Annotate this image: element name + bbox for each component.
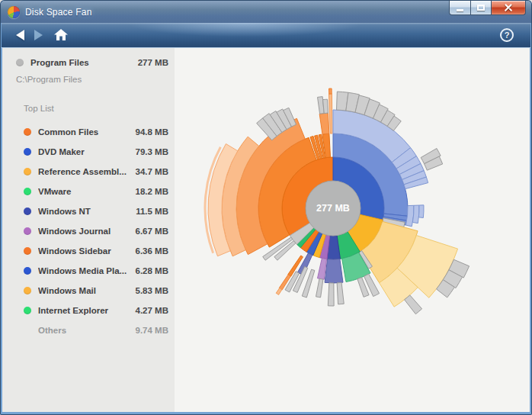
center-size-label: 277 MB: [316, 203, 350, 214]
item-size: 11.5 MB: [136, 207, 168, 216]
app-pie-icon: [8, 6, 20, 18]
item-size: 6.28 MB: [136, 266, 168, 275]
screen: Disk Space Fan ?: [0, 0, 532, 415]
fan-segment[interactable]: [276, 288, 282, 295]
current-folder-row[interactable]: Program Files 277 MB: [2, 56, 168, 69]
top-list-label: Top List: [24, 104, 168, 116]
maximize-button[interactable]: [471, 1, 492, 15]
list-item-dvd-maker[interactable]: DVD Maker 79.3 MB: [2, 142, 168, 162]
color-dot: [24, 307, 31, 314]
item-label: DVD Maker: [38, 147, 133, 156]
fan-chart-panel: 277 MB: [175, 48, 530, 412]
color-dot: [24, 208, 31, 215]
fan-segment[interactable]: [412, 205, 419, 224]
app-window: Disk Space Fan ?: [0, 0, 532, 415]
list-item-common-files[interactable]: Common Files 94.8 MB: [2, 122, 168, 142]
minimize-icon: [457, 9, 463, 11]
item-size: 94.8 MB: [136, 127, 168, 137]
fan-segment[interactable]: [328, 283, 334, 306]
back-arrow-icon: [16, 30, 24, 40]
fan-segment[interactable]: [418, 205, 424, 218]
item-label: VMware: [38, 187, 133, 196]
color-dot: [24, 267, 31, 275]
fan-segment[interactable]: [405, 295, 422, 314]
current-folder-path: C:\Program Files: [16, 75, 168, 87]
minimize-button[interactable]: [449, 1, 471, 15]
item-size: 9.74 MB: [136, 326, 168, 335]
sidebar: Program Files 277 MB C:\Program Files To…: [2, 48, 175, 412]
current-folder-size: 277 MB: [138, 58, 168, 67]
home-icon: [54, 29, 68, 41]
item-label: Windows Sidebar: [38, 246, 133, 256]
list-item-windows-media-player[interactable]: Windows Media Pla... 6.28 MB: [2, 261, 168, 281]
item-label: Windows Journal: [38, 227, 133, 236]
color-dot: [24, 168, 31, 175]
item-label: Reference Assembl...: [38, 167, 133, 176]
list-item-reference-assemblies[interactable]: Reference Assembl... 34.7 MB: [2, 162, 168, 182]
fan-segment[interactable]: [323, 99, 328, 113]
caption-buttons: [449, 1, 526, 15]
color-dot: [24, 227, 31, 235]
fan-chart-svg[interactable]: 277 MB: [175, 48, 530, 413]
fan-segment[interactable]: [337, 282, 344, 304]
item-label: Windows Media Pla...: [38, 266, 133, 275]
maximize-icon: [477, 5, 485, 11]
fan-segment[interactable]: [319, 113, 329, 134]
item-size: 34.7 MB: [136, 167, 168, 176]
content-area: Program Files 277 MB C:\Program Files To…: [2, 48, 530, 412]
color-dot: [24, 247, 31, 255]
color-dot: [24, 128, 31, 136]
back-button[interactable]: [11, 26, 29, 44]
item-label: Windows Mail: [38, 286, 133, 295]
forward-arrow-icon: [34, 30, 43, 40]
fan-center-group: 277 MB: [306, 181, 361, 236]
list-item-internet-explorer[interactable]: Internet Explorer 4.27 MB: [2, 301, 168, 320]
item-size: 79.3 MB: [136, 147, 168, 156]
window-title: Disk Space Fan: [25, 7, 92, 18]
title-bar[interactable]: Disk Space Fan: [1, 1, 531, 23]
close-icon: [504, 3, 513, 12]
list-item-windows-mail[interactable]: Windows Mail 5.83 MB: [2, 281, 168, 301]
fan-segment[interactable]: [316, 278, 322, 298]
color-dot: [24, 188, 31, 195]
fan-segment[interactable]: [329, 88, 332, 94]
fan-segment[interactable]: [329, 94, 332, 134]
list-item-windows-nt[interactable]: Windows NT 11.5 MB: [2, 201, 168, 221]
list-item-vmware[interactable]: VMware 18.2 MB: [2, 182, 168, 201]
item-size: 6.36 MB: [136, 246, 168, 256]
item-label: Windows NT: [38, 207, 133, 216]
color-dot: [24, 148, 31, 156]
color-dot: [24, 287, 31, 294]
close-button[interactable]: [492, 1, 526, 15]
list-item-others[interactable]: Others 9.74 MB: [2, 320, 168, 340]
home-button[interactable]: [52, 26, 70, 44]
toolbar: ?: [2, 23, 530, 48]
help-button[interactable]: ?: [500, 28, 514, 42]
item-size: 6.67 MB: [136, 227, 168, 236]
item-size: 4.27 MB: [136, 306, 168, 315]
fan-segment[interactable]: [325, 259, 343, 283]
forward-button[interactable]: [29, 26, 47, 44]
item-label: Internet Explorer: [38, 306, 133, 315]
item-label: Others: [38, 326, 133, 335]
list-item-windows-journal[interactable]: Windows Journal 6.67 MB: [2, 221, 168, 241]
list-item-windows-sidebar[interactable]: Windows Sidebar 6.36 MB: [2, 241, 168, 261]
folder-dot: [16, 59, 24, 66]
item-size: 18.2 MB: [136, 187, 168, 196]
item-label: Common Files: [38, 127, 133, 137]
current-folder-name: Program Files: [30, 58, 138, 67]
item-size: 5.83 MB: [136, 286, 168, 295]
